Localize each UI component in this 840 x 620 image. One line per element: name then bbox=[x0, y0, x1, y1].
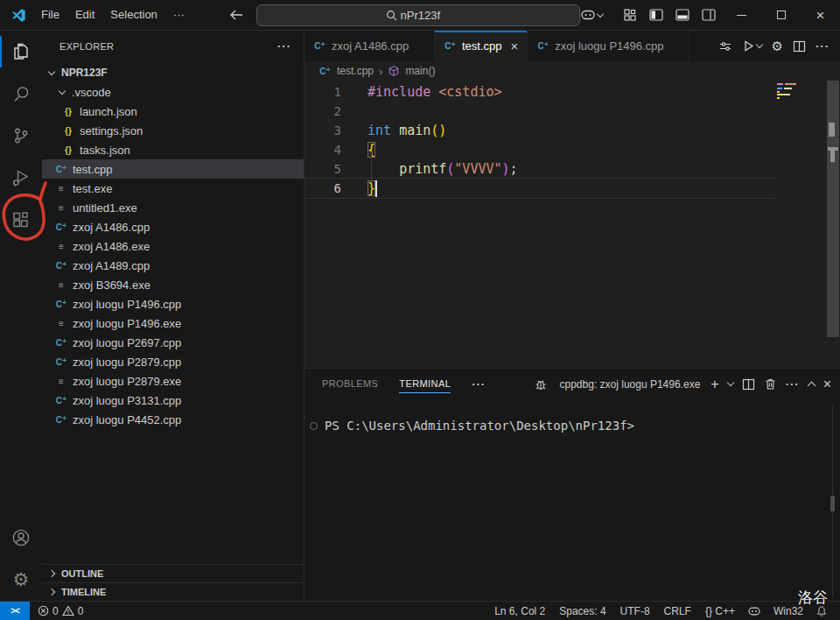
sidebar-title: EXPLORER bbox=[60, 41, 114, 52]
sidebar-item-explorer[interactable] bbox=[0, 31, 42, 73]
tree-item[interactable]: C⁺ zxoj luogu P2879.cpp bbox=[42, 352, 304, 371]
code-line[interactable]: 4 { bbox=[304, 140, 775, 159]
sidebar-section[interactable]: OUTLINE bbox=[42, 564, 304, 582]
menu-item[interactable]: Edit bbox=[67, 4, 102, 25]
breadcrumb-symbol[interactable]: main() bbox=[405, 65, 435, 77]
editor-tab[interactable]: C⁺ zxoj A1486.cpp × bbox=[304, 31, 435, 61]
breadcrumb-file[interactable]: test.cpp bbox=[337, 65, 374, 77]
editor-tab[interactable]: C⁺ zxoj luogu P1496.cpp × bbox=[528, 31, 690, 61]
tree-item[interactable]: C⁺ zxoj A1486.cpp bbox=[42, 217, 304, 236]
breadcrumb-separator: › bbox=[379, 65, 382, 78]
line-number[interactable]: 3 bbox=[304, 121, 368, 140]
tree-item[interactable]: C⁺ zxoj luogu P4452.cpp bbox=[42, 410, 304, 429]
sidebar-section[interactable]: TIMELINE bbox=[42, 582, 304, 601]
sidebar-item-search[interactable] bbox=[0, 73, 42, 115]
panel-tab[interactable]: TERMINAL bbox=[399, 369, 451, 399]
close-button[interactable]: × bbox=[801, 0, 840, 30]
sidebar-item-extensions[interactable] bbox=[0, 199, 42, 241]
activity-bar: ⚙ bbox=[0, 31, 42, 601]
editor-more-actions[interactable]: ··· bbox=[816, 39, 830, 53]
code-line[interactable]: 5 printf("VVVV"); bbox=[304, 159, 775, 179]
terminal-dropdown-icon[interactable] bbox=[726, 379, 733, 386]
code-editor[interactable]: 1 #include <cstdio> 2 3 int main() 4 { bbox=[304, 81, 840, 368]
tree-item[interactable]: ≡ zxoj luogu P2879.exe bbox=[42, 371, 304, 391]
run-cpp-button[interactable] bbox=[742, 39, 755, 53]
tree-item[interactable]: C⁺ zxoj luogu P2697.cpp bbox=[42, 333, 304, 352]
tree-item[interactable]: ≡ zxoj luogu P1496.exe bbox=[42, 314, 304, 333]
terminal-scrollbar-thumb[interactable] bbox=[830, 496, 835, 511]
line-number[interactable]: 2 bbox=[304, 102, 368, 121]
sidebar-more-actions[interactable]: ··· bbox=[277, 39, 291, 53]
line-number[interactable]: 1 bbox=[304, 82, 368, 102]
tree-item[interactable]: ≡ untitled1.exe bbox=[42, 198, 304, 217]
tree-item[interactable]: C⁺ zxoj A1489.cpp bbox=[42, 256, 304, 275]
panel-tab[interactable]: PROBLEMS bbox=[322, 369, 378, 399]
code-line[interactable]: 1 #include <cstdio> bbox=[304, 82, 775, 102]
code-line[interactable]: 2 bbox=[304, 102, 775, 121]
tree-item[interactable]: {} tasks.json bbox=[42, 140, 304, 159]
tree-item[interactable]: ≡ zxoj B3694.exe bbox=[42, 275, 304, 294]
status-item[interactable]: UTF-8 bbox=[613, 605, 657, 617]
tree-item[interactable]: C⁺ test.cpp bbox=[42, 159, 304, 179]
minimize-button[interactable] bbox=[722, 0, 761, 30]
terminal[interactable]: PS C:\Users\Administrator\Desktop\nPr123… bbox=[304, 399, 840, 433]
editor-tab[interactable]: C⁺ test.cpp × bbox=[435, 31, 528, 61]
toggle-panel-icon[interactable] bbox=[669, 3, 696, 27]
tree-item[interactable]: C⁺ zxoj luogu P3131.cpp bbox=[42, 391, 304, 410]
panel-more-actions[interactable]: ··· bbox=[786, 377, 800, 391]
settings-button[interactable]: ⚙ bbox=[0, 559, 42, 601]
close-tab-icon[interactable]: × bbox=[510, 39, 518, 53]
maximize-panel-icon[interactable] bbox=[807, 382, 816, 391]
code-line[interactable]: 3 int main() bbox=[304, 121, 775, 140]
minimap[interactable] bbox=[777, 83, 800, 100]
new-terminal-icon[interactable]: + bbox=[710, 377, 718, 392]
menu-item[interactable]: File bbox=[33, 4, 67, 25]
kill-terminal-icon[interactable] bbox=[764, 377, 777, 391]
menu-item[interactable]: ··· bbox=[165, 4, 192, 25]
account-icon bbox=[10, 527, 32, 548]
sidebar-item-run-debug[interactable] bbox=[0, 157, 42, 199]
sidebar-item-source-control[interactable] bbox=[0, 115, 42, 157]
menu-item[interactable]: Selection bbox=[102, 4, 164, 25]
customize-layout-icon[interactable] bbox=[617, 3, 643, 27]
split-editor-icon[interactable] bbox=[793, 40, 806, 53]
copilot-button[interactable] bbox=[580, 9, 603, 21]
explorer-sidebar: EXPLORER ··· NPR123F .vscode {} launch.j… bbox=[42, 31, 304, 601]
tree-item[interactable]: C⁺ zxoj luogu P1496.cpp bbox=[42, 294, 304, 314]
status-item[interactable]: Spaces: 4 bbox=[552, 605, 612, 617]
tree-item[interactable]: ≡ zxoj A1486.exe bbox=[42, 236, 304, 256]
tree-item[interactable]: ≡ test.exe bbox=[42, 179, 304, 198]
tree-item[interactable]: {} settings.json bbox=[42, 121, 304, 140]
line-number[interactable]: 6 bbox=[304, 179, 368, 198]
cpp-file-icon: C⁺ bbox=[313, 41, 326, 51]
debug-session-label[interactable]: cppdbg: zxoj luogu P1496.exe bbox=[560, 378, 701, 391]
editor-tabbar: C⁺ zxoj A1486.cpp × C⁺ test.cpp × C⁺ zxo… bbox=[304, 31, 840, 61]
file-name: untitled1.exe bbox=[73, 201, 137, 215]
copilot-status-icon[interactable] bbox=[742, 606, 766, 616]
tree-item[interactable]: .vscode bbox=[42, 82, 304, 102]
status-item[interactable]: CRLF bbox=[657, 605, 698, 617]
toggle-secondary-sidebar-icon[interactable] bbox=[696, 3, 722, 27]
status-item[interactable]: Ln 6, Col 2 bbox=[487, 605, 552, 617]
maximize-button[interactable] bbox=[761, 0, 801, 30]
tree-item[interactable]: {} launch.json bbox=[42, 102, 304, 121]
back-arrow-icon[interactable] bbox=[229, 9, 243, 21]
tree-item[interactable]: NPR123F bbox=[42, 63, 304, 82]
editor-scrollbar[interactable] bbox=[827, 81, 839, 337]
remote-indicator[interactable]: >< bbox=[0, 602, 30, 620]
command-center-search[interactable] bbox=[256, 4, 580, 26]
breadcrumb: C⁺ test.cpp › main() bbox=[304, 61, 840, 81]
run-dropdown-icon[interactable] bbox=[755, 41, 762, 48]
panel-tabs-more[interactable]: ··· bbox=[472, 377, 486, 391]
problems-status[interactable]: 0 0 bbox=[30, 605, 83, 617]
split-terminal-icon[interactable] bbox=[742, 378, 755, 391]
search-input[interactable] bbox=[401, 9, 452, 22]
line-number[interactable]: 4 bbox=[304, 140, 368, 159]
close-panel-icon[interactable]: × bbox=[823, 377, 831, 392]
accounts-button[interactable] bbox=[0, 517, 42, 559]
line-number[interactable]: 5 bbox=[304, 159, 368, 179]
tune-icon[interactable] bbox=[718, 39, 732, 53]
debug-settings-gear-icon[interactable]: ⚙ bbox=[772, 39, 783, 54]
toggle-sidebar-icon[interactable] bbox=[643, 3, 669, 27]
status-item[interactable]: {} C++ bbox=[698, 605, 742, 617]
